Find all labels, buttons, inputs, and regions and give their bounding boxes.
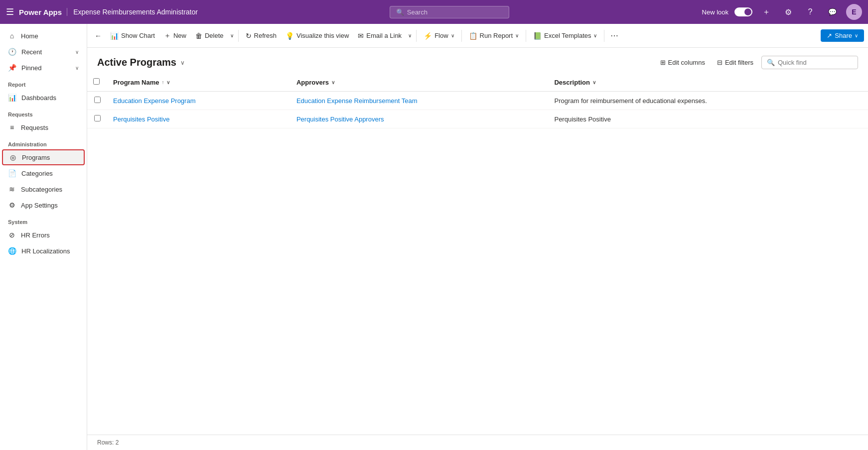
global-search-input[interactable] [407,8,503,16]
sort-dropdown-icon: ∨ [166,80,170,85]
divider [526,30,526,42]
avatar[interactable]: E [846,4,862,20]
sidebar-item-app-settings[interactable]: ⚙ App Settings [0,197,87,213]
requests-icon: ≡ [8,123,16,131]
approvers-header[interactable]: Approvers ∨ [290,73,549,92]
section-requests: Requests [0,106,87,119]
run-report-button[interactable]: 📋 Run Report ∨ [465,29,523,42]
settings-icon[interactable]: ⚙ [780,4,796,20]
sidebar-item-pinned[interactable]: 📌 Pinned ∨ [0,60,87,76]
sidebar-item-recent[interactable]: 🕐 Recent ∨ [0,44,87,60]
program-name-link[interactable]: Education Expense Program [113,97,195,105]
description-cell: Program for reimbursement of educational… [548,92,868,110]
recent-icon: 🕐 [8,48,16,56]
sidebar-item-programs[interactable]: ◎ Programs [2,149,85,165]
quick-find-container[interactable]: 🔍 [761,56,858,69]
new-look-toggle[interactable] [734,7,752,16]
select-all-header[interactable] [87,73,107,92]
table-area: Program Name ↑ ∨ Approvers ∨ [87,73,868,435]
section-administration: Administration [0,135,87,149]
description-header[interactable]: Description ∨ [548,73,868,92]
share-button[interactable]: ↗ Share ∨ [821,29,864,42]
sidebar-item-home[interactable]: ⌂ Home [0,28,87,44]
table-row: Perquisites Positive Perquisites Positiv… [87,110,868,128]
excel-templates-button[interactable]: 📗 Excel Templates ∨ [529,29,601,42]
email-icon: ✉ [358,32,364,40]
approvers-link[interactable]: Education Expense Reimbursement Team [296,97,418,105]
section-system: System [0,213,87,227]
approvers-link[interactable]: Perquisites Positive Approvers [296,115,384,123]
new-button[interactable]: ＋ New [160,29,190,43]
chevron-down-icon: ∨ [515,33,519,38]
select-all-checkbox[interactable] [93,78,100,85]
sidebar-item-categories[interactable]: 📄 Categories [0,165,87,181]
help-icon[interactable]: ? [802,4,818,20]
row-checkbox[interactable] [94,97,101,103]
chevron-down-icon: ∨ [855,33,858,38]
excel-icon: 📗 [533,32,542,40]
nav-right: New look ＋ ⚙ ? 💬 E [702,4,862,20]
back-button[interactable]: ← [91,29,105,43]
hamburger-menu-icon[interactable]: ☰ [6,6,14,17]
row-checkbox-cell[interactable] [87,110,107,128]
more-options-button[interactable]: ⋯ [607,28,621,43]
add-button[interactable]: ＋ [758,4,774,20]
email-dropdown[interactable]: ∨ [407,30,413,41]
sidebar-item-requests[interactable]: ≡ Requests [0,119,87,135]
pin-icon: 📌 [8,64,16,72]
table-header-row: Program Name ↑ ∨ Approvers ∨ [87,73,868,92]
visualize-icon: 💡 [286,32,294,40]
divider [461,30,462,42]
section-report: Report [0,76,87,90]
sidebar-item-dashboards[interactable]: 📊 Dashboards [0,90,87,106]
view-title-chevron-icon[interactable]: ∨ [180,59,185,66]
sort-asc-icon: ↑ [161,80,164,85]
chat-icon[interactable]: 💬 [824,4,840,20]
data-table: Program Name ↑ ∨ Approvers ∨ [87,73,868,128]
top-navigation: ☰ Power Apps Expense Reimbursements Admi… [0,0,868,24]
home-icon: ⌂ [8,32,16,40]
search-icon: 🔍 [767,59,775,66]
sidebar-item-hr-errors[interactable]: ⊘ HR Errors [0,227,87,243]
sidebar-item-label: Dashboards [21,94,56,102]
view-title: Active Programs [97,57,176,68]
flow-button[interactable]: ⚡ Flow ∨ [420,29,458,42]
refresh-icon: ↻ [246,32,252,40]
visualize-button[interactable]: 💡 Visualize this view [282,29,353,42]
delete-dropdown[interactable]: ∨ [229,30,235,41]
columns-icon: ⊞ [660,59,666,66]
edit-columns-button[interactable]: ⊞ Edit columns [656,56,709,69]
refresh-button[interactable]: ↻ Refresh [242,29,281,42]
row-checkbox[interactable] [94,115,101,121]
sidebar-item-subcategories[interactable]: ≋ Subcategories [0,181,87,197]
sidebar-item-hr-localizations[interactable]: 🌐 HR Localizations [0,243,87,259]
dashboard-icon: 📊 [8,94,16,102]
program-name-cell: Education Expense Program [107,92,290,110]
edit-filters-button[interactable]: ⊟ Edit filters [713,56,757,69]
chevron-down-icon: ∨ [451,33,454,38]
delete-button[interactable]: 🗑 Delete [191,29,228,42]
sort-dropdown-icon: ∨ [592,80,596,85]
description-cell: Perquisites Positive [548,110,868,128]
app-title: Expense Reimbursements Administrator [67,8,198,16]
global-search-container[interactable]: 🔍 [390,6,509,18]
program-name-link[interactable]: Perquisites Positive [113,115,169,123]
divider [604,30,604,42]
app-body: ⌂ Home 🕐 Recent ∨ 📌 Pinned ∨ Report 📊 Da… [0,24,868,450]
new-look-label: New look [702,8,728,16]
sidebar-item-label: Subcategories [21,186,62,193]
email-link-button[interactable]: ✉ Email a Link [354,29,406,42]
main-content: ← 📊 Show Chart ＋ New 🗑 Delete ∨ ↻ Refres… [87,24,868,450]
sidebar-item-label: HR Localizations [21,247,70,255]
sidebar-item-label: HR Errors [21,231,50,239]
sidebar: ⌂ Home 🕐 Recent ∨ 📌 Pinned ∨ Report 📊 Da… [0,24,87,450]
quick-find-input[interactable] [778,59,853,66]
program-name-header[interactable]: Program Name ↑ ∨ [107,73,290,92]
show-chart-button[interactable]: 📊 Show Chart [106,29,159,42]
row-checkbox-cell[interactable] [87,92,107,110]
divider [416,30,417,42]
chevron-down-icon: ∨ [75,49,79,55]
chevron-down-icon: ∨ [75,65,79,71]
plus-icon: ＋ [164,31,171,40]
report-icon: 📋 [469,32,477,40]
